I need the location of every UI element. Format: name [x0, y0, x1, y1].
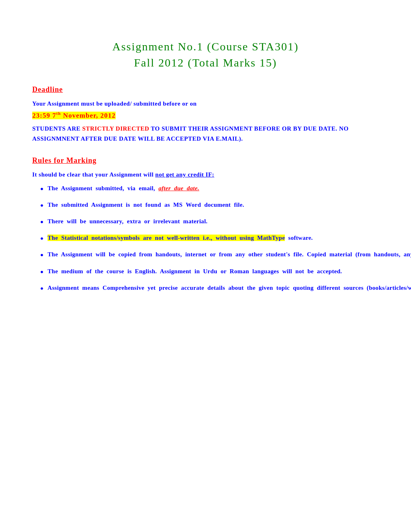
- rules-bullet-list: • The Assignment submitted, via email, a…: [32, 183, 379, 295]
- bullet-item-4: • The Statistical notations/symbols are …: [40, 233, 379, 245]
- bullet-text-5: The Assignment will be copied from hando…: [48, 249, 411, 259]
- deadline-section: Deadline Your Assignment must be uploade…: [32, 85, 379, 144]
- after-due-date: after due date.: [158, 185, 199, 191]
- bullet-item-7: • Assignment means Comprehensive yet pre…: [40, 283, 379, 295]
- bullet-text-2: The submitted Assignment is not found as…: [48, 200, 379, 210]
- warning-block: STUDENTS ARE STRICTLY DIRECTED TO SUBMIT…: [32, 124, 379, 144]
- deadline-heading: Deadline: [32, 85, 379, 94]
- rules-intro: It should be clear that your Assignment …: [32, 170, 379, 179]
- header-subtitle: Fall 2012 (Total Marks 15): [32, 56, 379, 69]
- bullet-text-4: The Statistical notations/symbols are no…: [48, 233, 379, 243]
- rules-heading: Rules for Marking: [32, 156, 379, 165]
- bullet-item-5: • The Assignment will be copied from han…: [40, 249, 379, 262]
- rules-section: Rules for Marking It should be clear tha…: [32, 156, 379, 295]
- deadline-time: 23:59 7th November, 2012: [32, 112, 116, 119]
- bullet-text-1: The Assignment submitted, via email, aft…: [48, 183, 379, 193]
- bullet-text-6: The medium of the course is English. Ass…: [48, 266, 379, 276]
- bullet-dot-4: •: [40, 231, 44, 245]
- header-section: Assignment No.1 (Course STA301) Fall 201…: [32, 40, 379, 69]
- deadline-date: 23:59 7th November, 2012: [32, 111, 379, 120]
- bullet-dot-2: •: [40, 198, 44, 212]
- bullet-dot-7: •: [40, 281, 44, 295]
- deadline-intro: Your Assignment must be uploaded/ submit…: [32, 99, 379, 108]
- bullet-text-7: Assignment means Comprehensive yet preci…: [48, 283, 411, 293]
- bullet-dot-6: •: [40, 265, 44, 279]
- bullet-text-3: There will be unnecessary, extra or irre…: [48, 216, 379, 226]
- bullet-dot-1: •: [40, 182, 44, 196]
- header-title: Assignment No.1 (Course STA301): [32, 40, 379, 53]
- bullet-item-1: • The Assignment submitted, via email, a…: [40, 183, 379, 196]
- highlight-mathtype: The Statistical notations/symbols are no…: [48, 235, 285, 241]
- bullet-dot-5: •: [40, 248, 44, 262]
- bullet-item-6: • The medium of the course is English. A…: [40, 266, 379, 279]
- bullet-item-3: • There will be unnecessary, extra or ir…: [40, 216, 379, 229]
- bullet-item-2: • The submitted Assignment is not found …: [40, 200, 379, 212]
- bullet-dot-3: •: [40, 215, 44, 229]
